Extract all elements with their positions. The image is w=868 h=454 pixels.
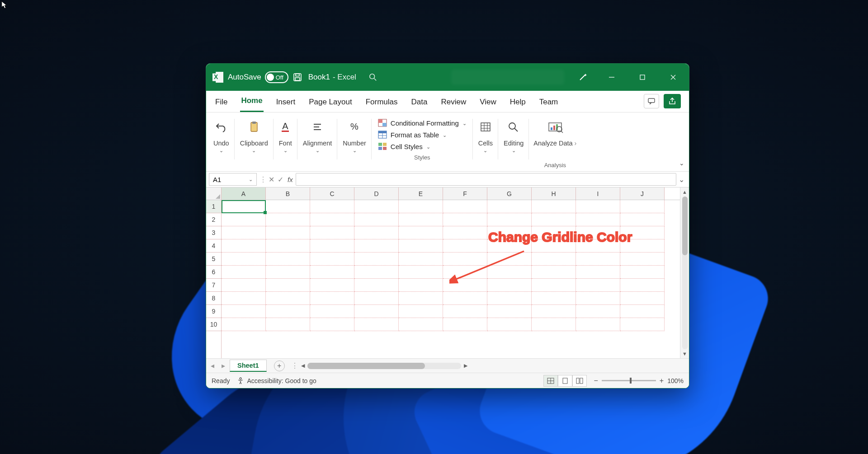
scroll-down-icon[interactable]: ▼ bbox=[682, 351, 687, 356]
chevron-down-icon[interactable]: ⌄ bbox=[219, 148, 223, 154]
tab-formulas[interactable]: Formulas bbox=[365, 93, 399, 112]
column-header[interactable]: G bbox=[487, 187, 532, 200]
svg-rect-29 bbox=[383, 147, 387, 150]
tab-insert[interactable]: Insert bbox=[275, 93, 297, 112]
zoom-slider-thumb[interactable] bbox=[630, 378, 632, 384]
analyze-data-icon[interactable] bbox=[547, 120, 563, 134]
enter-formula-icon[interactable]: ✓ bbox=[276, 175, 285, 184]
svg-line-4 bbox=[374, 79, 377, 81]
sheet-tab-sheet1[interactable]: Sheet1 bbox=[230, 360, 267, 372]
comments-button[interactable] bbox=[644, 94, 659, 108]
column-header[interactable]: F bbox=[443, 187, 487, 200]
page-break-view-button[interactable] bbox=[572, 375, 587, 387]
svg-point-35 bbox=[509, 123, 515, 129]
chevron-down-icon[interactable]: ⌄ bbox=[252, 148, 256, 154]
svg-rect-30 bbox=[481, 123, 490, 131]
magic-wand-icon[interactable] bbox=[578, 72, 588, 82]
fx-icon[interactable]: fx bbox=[288, 176, 293, 183]
chevron-down-icon[interactable]: ⌄ bbox=[316, 148, 320, 154]
collapse-ribbon-icon[interactable]: ⌄ bbox=[679, 159, 684, 167]
tab-data[interactable]: Data bbox=[410, 93, 429, 112]
clipboard-icon[interactable] bbox=[248, 121, 260, 133]
excel-app-icon bbox=[212, 72, 223, 83]
share-button[interactable] bbox=[664, 94, 681, 108]
expand-formula-bar-icon[interactable]: ⌄ bbox=[676, 175, 686, 184]
tab-review[interactable]: Review bbox=[440, 93, 467, 112]
select-all-corner[interactable] bbox=[206, 187, 221, 200]
tab-file[interactable]: File bbox=[214, 93, 228, 112]
divider-icon: ⋮ bbox=[259, 175, 267, 184]
zoom-level[interactable]: 100% bbox=[667, 377, 684, 384]
scroll-up-icon[interactable]: ▲ bbox=[682, 189, 687, 195]
zoom-control: − + 100% bbox=[594, 377, 684, 385]
undo-icon[interactable] bbox=[215, 121, 227, 133]
horizontal-scroll-thumb[interactable] bbox=[307, 363, 425, 369]
column-header[interactable]: B bbox=[266, 187, 310, 200]
vertical-scrollbar[interactable]: ▲ ▼ bbox=[680, 187, 689, 358]
row-header[interactable]: 4 bbox=[206, 239, 221, 253]
tab-help[interactable]: Help bbox=[509, 93, 527, 112]
zoom-slider[interactable] bbox=[602, 380, 656, 381]
cancel-formula-icon[interactable]: ✕ bbox=[267, 175, 276, 184]
save-icon[interactable] bbox=[293, 73, 302, 82]
font-icon[interactable]: A bbox=[279, 121, 292, 133]
scroll-left-icon[interactable]: ◀ bbox=[301, 363, 305, 369]
column-header[interactable]: C bbox=[310, 187, 354, 200]
analyze-data-label[interactable]: Analyze Data › bbox=[533, 140, 576, 147]
prev-sheet-icon[interactable]: ◂ bbox=[208, 361, 217, 370]
conditional-formatting-button[interactable]: Conditional Formatting⌄ bbox=[378, 117, 467, 129]
chevron-down-icon[interactable]: ⌄ bbox=[512, 148, 516, 154]
normal-view-button[interactable] bbox=[543, 375, 558, 387]
horizontal-scrollbar[interactable] bbox=[307, 363, 461, 369]
row-header[interactable]: 10 bbox=[206, 318, 221, 331]
name-box[interactable]: A1 ⌄ bbox=[209, 173, 257, 186]
minimize-button[interactable] bbox=[599, 64, 625, 91]
find-icon[interactable] bbox=[507, 121, 520, 133]
column-header[interactable]: J bbox=[620, 187, 665, 200]
zoom-out-button[interactable]: − bbox=[594, 377, 598, 385]
new-sheet-button[interactable]: + bbox=[274, 360, 285, 371]
maximize-button[interactable] bbox=[629, 64, 656, 91]
cells-icon[interactable] bbox=[479, 121, 492, 133]
row-header[interactable]: 8 bbox=[206, 292, 221, 305]
cells-area[interactable]: Change Gridline Color bbox=[222, 200, 680, 358]
autosave-control[interactable]: AutoSave Off bbox=[228, 71, 288, 83]
document-title[interactable]: Book1 - Excel bbox=[308, 73, 356, 82]
column-header[interactable]: E bbox=[399, 187, 443, 200]
tab-home[interactable]: Home bbox=[240, 92, 263, 112]
row-header[interactable]: 7 bbox=[206, 279, 221, 292]
svg-rect-14 bbox=[282, 131, 289, 132]
page-layout-view-button[interactable] bbox=[558, 375, 572, 387]
tab-view[interactable]: View bbox=[479, 93, 497, 112]
tab-page-layout[interactable]: Page Layout bbox=[308, 93, 353, 112]
row-header[interactable]: 5 bbox=[206, 253, 221, 266]
accessibility-status[interactable]: Accessibility: Good to go bbox=[237, 377, 316, 384]
zoom-in-button[interactable]: + bbox=[660, 377, 664, 385]
spreadsheet-grid: 1 2 3 4 5 6 7 8 9 10 A B C D E F G H I J bbox=[206, 187, 689, 358]
formula-input[interactable] bbox=[296, 173, 676, 186]
chevron-down-icon[interactable]: ⌄ bbox=[283, 148, 288, 154]
search-icon[interactable] bbox=[369, 73, 377, 81]
column-header[interactable]: D bbox=[354, 187, 399, 200]
close-button[interactable] bbox=[660, 64, 686, 91]
alignment-icon[interactable] bbox=[311, 121, 324, 133]
row-header[interactable]: 3 bbox=[206, 226, 221, 239]
cell-styles-button[interactable]: Cell Styles⌄ bbox=[378, 140, 430, 152]
row-header[interactable]: 6 bbox=[206, 266, 221, 279]
percent-icon[interactable]: % bbox=[348, 121, 361, 133]
vertical-scroll-thumb[interactable] bbox=[682, 197, 688, 255]
format-as-table-button[interactable]: Format as Table⌄ bbox=[378, 129, 447, 140]
row-header[interactable]: 9 bbox=[206, 305, 221, 318]
chevron-down-icon[interactable]: ⌄ bbox=[353, 148, 357, 154]
autosave-toggle[interactable]: Off bbox=[265, 71, 288, 83]
tab-team[interactable]: Team bbox=[538, 93, 559, 112]
row-header[interactable]: 1 bbox=[206, 200, 221, 213]
chevron-down-icon[interactable]: ⌄ bbox=[483, 148, 487, 154]
column-header[interactable]: A bbox=[222, 187, 266, 200]
scroll-right-icon[interactable]: ▶ bbox=[464, 363, 467, 369]
column-header[interactable]: I bbox=[576, 187, 620, 200]
row-header[interactable]: 2 bbox=[206, 213, 221, 226]
share-icon bbox=[668, 97, 676, 105]
column-header[interactable]: H bbox=[532, 187, 576, 200]
next-sheet-icon[interactable]: ▸ bbox=[219, 361, 228, 370]
